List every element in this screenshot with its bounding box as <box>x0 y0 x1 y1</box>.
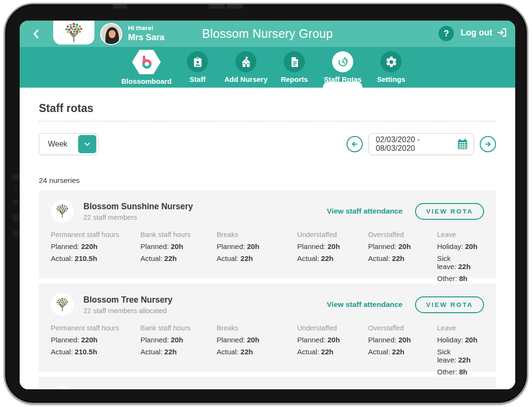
stat-key: Other: <box>437 274 457 283</box>
stat-value-row: Planned:20h <box>140 242 217 250</box>
stat-column: Bank staff hoursPlanned:20hActual:22h <box>140 324 217 376</box>
nav-item-reports[interactable]: Reports <box>270 47 319 88</box>
logout-label: Log out <box>461 28 492 38</box>
arrow-right-icon <box>483 139 493 149</box>
settings-gear-icon <box>381 51 402 72</box>
view-rota-button[interactable]: VIEW ROTA <box>415 203 484 220</box>
nursery-logo-icon <box>51 386 74 389</box>
stat-value-row: Sick leave:22h <box>437 348 484 364</box>
stat-value: 22h <box>392 348 405 356</box>
stat-key: Actual: <box>297 254 319 262</box>
stat-value-row: Planned:20h <box>297 242 368 250</box>
stat-column-label: Bank staff hours <box>140 231 217 238</box>
next-week-button[interactable] <box>480 136 496 152</box>
nursery-logo-icon <box>51 200 74 223</box>
stat-value: 22h <box>321 254 334 262</box>
front-camera <box>13 200 18 205</box>
previous-week-button[interactable] <box>347 136 363 152</box>
nav-item-settings[interactable]: Settings <box>367 47 416 88</box>
stat-value-row: Actual:22h <box>368 254 437 262</box>
stat-value-row: Actual:22h <box>217 254 297 262</box>
nav-label: Reports <box>281 75 308 83</box>
nav-label: Blossomboard <box>121 77 172 85</box>
nav-label: Add Nursery <box>224 75 267 83</box>
stat-value-row: Planned:220h <box>51 336 140 344</box>
stat-column-label: Breaks <box>217 324 297 332</box>
stat-column: BreaksPlanned:20hActual:22h <box>217 324 297 376</box>
stat-value: 20h <box>171 242 183 250</box>
stat-value: 220h <box>81 242 97 250</box>
stat-value-row: Holiday:20h <box>437 242 484 250</box>
stat-key: Actual: <box>51 254 73 262</box>
stat-key: Sick leave: <box>437 254 456 271</box>
stat-value: 20h <box>171 336 183 344</box>
question-mark-icon: ? <box>443 28 449 39</box>
rota-toolbar: Week 02/03/2020 - 08/03/2020 <box>39 133 496 155</box>
main-navigation: Blossomboard Staff Add Nursery <box>20 47 515 88</box>
stat-value-row: Planned:20h <box>140 336 217 344</box>
date-range-controls: 02/03/2020 - 08/03/2020 <box>347 133 496 155</box>
stat-column-label: Breaks <box>217 231 297 238</box>
stat-column-label: Leave <box>437 324 484 332</box>
view-staff-attendance-link[interactable]: View staff attendance <box>327 300 403 309</box>
divider <box>39 121 496 122</box>
stat-value-row: Planned:20h <box>217 336 297 344</box>
nursery-name: Blossom Tree Nursery <box>83 295 173 305</box>
stat-key: Planned: <box>140 336 169 344</box>
bezel-sensor-dot <box>12 214 20 222</box>
card-header: Blossom Sunshine Nursery 22 staff member… <box>51 200 484 223</box>
stat-value-row: Actual:210.5h <box>51 348 140 356</box>
stat-key: Actual: <box>217 348 239 356</box>
staff-badge-icon <box>187 51 208 72</box>
stat-value: 210.5h <box>75 254 97 262</box>
nav-item-staff-rotas[interactable]: Staff Rotas <box>319 47 367 88</box>
nursery-card-list: Blossom Sunshine Nursery 22 staff member… <box>39 190 496 389</box>
stat-value: 22h <box>164 348 177 356</box>
stat-key: Actual: <box>217 254 239 262</box>
nursery-staff-count: 22 staff members allocated <box>83 307 173 315</box>
page-content: Staff rotas Week 02/03/2020 <box>20 102 515 389</box>
stat-key: Planned: <box>368 242 396 250</box>
stat-key: Other: <box>437 368 457 376</box>
stat-value-row: Actual:22h <box>297 348 368 356</box>
stat-column: OverstaffedPlanned:20hActual:22h <box>368 231 437 283</box>
stat-column: LeaveHoliday:20hSick leave:22hOther:8h <box>437 324 484 376</box>
period-select[interactable]: Week <box>39 133 98 155</box>
app-screen: Hi there! Mrs Sara Blossom Nursery Group… <box>20 21 515 389</box>
calendar-icon[interactable] <box>456 138 469 150</box>
arrow-left-icon <box>349 139 360 149</box>
stat-value: 22h <box>164 254 177 262</box>
stat-value: 20h <box>465 336 477 344</box>
rota-clock-icon <box>332 51 353 72</box>
stat-key: Planned: <box>297 242 325 250</box>
date-range-field[interactable]: 02/03/2020 - 08/03/2020 <box>369 133 474 155</box>
stat-column: UnderstaffedPlanned:20hActual:22h <box>297 324 368 376</box>
view-staff-attendance-link[interactable]: View staff attendance <box>327 207 403 215</box>
nav-item-add-nursery[interactable]: Add Nursery <box>222 47 270 88</box>
stat-value-row: Other:8h <box>437 368 484 376</box>
stat-value: 22h <box>321 348 334 356</box>
stat-key: Planned: <box>51 336 79 344</box>
view-rota-button[interactable]: VIEW ROTA <box>415 296 484 313</box>
stat-column-label: Permanent staff hours <box>51 324 140 332</box>
reports-document-icon <box>284 51 305 72</box>
stat-value: 8h <box>459 368 468 376</box>
stat-value-row: Sick leave:22h <box>437 254 484 271</box>
nav-item-blossomboard[interactable]: Blossomboard <box>120 47 173 88</box>
bezel-sensor-dot <box>15 188 17 190</box>
blossomboard-logo-icon <box>132 50 161 74</box>
date-range-value: 02/03/2020 - 08/03/2020 <box>376 136 456 153</box>
stat-value-row: Actual:22h <box>140 348 217 356</box>
nursery-logo-icon <box>51 293 74 316</box>
stat-value-row: Planned:220h <box>51 242 140 250</box>
stat-key: Planned: <box>140 242 169 250</box>
stat-value: 220h <box>81 336 97 344</box>
stat-column: BreaksPlanned:20hActual:22h <box>217 231 297 283</box>
nav-item-staff[interactable]: Staff <box>173 47 222 88</box>
stat-value: 20h <box>465 242 477 250</box>
help-button[interactable]: ? <box>439 26 454 41</box>
stat-value-row: Planned:20h <box>368 242 437 250</box>
logout-button[interactable]: Log out <box>461 27 508 38</box>
stat-key: Holiday: <box>437 242 463 250</box>
stat-key: Actual: <box>368 348 390 356</box>
